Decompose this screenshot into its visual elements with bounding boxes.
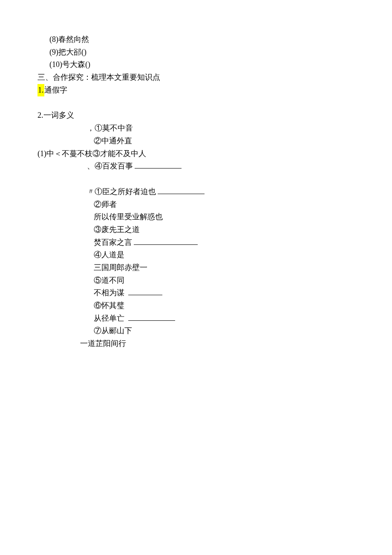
group2-line5a-text: ⑤道不同 — [94, 276, 124, 285]
section-three-text: 三、合作探究：梳理本文重要知识点 — [37, 73, 160, 81]
group2-line3b: 焚百家之言 — [37, 236, 361, 249]
group2-line3b-text: 焚百家之言 — [94, 238, 132, 247]
group2-line6a-text: ⑥怀其璧 — [94, 301, 124, 310]
group2-line6a: ⑥怀其璧 — [37, 299, 361, 312]
subsection-duoyi: 2.一词多义 — [37, 109, 361, 122]
group2-line4b-text: 三国周郎赤壁一 — [94, 263, 147, 272]
group2-line5a: ⑤道不同 — [37, 274, 361, 287]
group1-line1-text: ，①莫不中音 — [87, 124, 133, 132]
group2-line1: 〃①臣之所好者迫也 — [37, 186, 361, 198]
item-10: (10)号大森() — [37, 58, 361, 71]
group2-line4a-text: ④人道是 — [94, 250, 124, 259]
subsection-tongjia: 1. 通假字 — [37, 84, 361, 97]
group1-line4: 、④百发百事 — [37, 160, 361, 173]
gap-2 — [37, 173, 361, 186]
group1-line1: ，①莫不中音 — [37, 122, 361, 135]
group2-line7b-text: 一道芷阳间行 — [80, 339, 126, 348]
group2-line1-text: 〃①臣之所好者迫也 — [87, 187, 156, 196]
group2-line7a: ⑦从郦山下 — [37, 325, 361, 337]
group2-line7b: 一道芷阳间行 — [37, 337, 361, 350]
group2-line4b: 三国周郎赤壁一 — [37, 262, 361, 274]
tongjia-label: 通假字 — [44, 86, 67, 94]
group2-line2a: ②师者 — [37, 198, 361, 211]
group1-chain: (1)中＜不蔓不枝③才能不及中人 — [37, 148, 361, 160]
blank-gap — [37, 96, 361, 109]
blank-2 — [158, 186, 205, 194]
group2-line7a-text: ⑦从郦山下 — [94, 326, 132, 335]
item-8-text: (8)春然向然 — [49, 35, 89, 44]
section-three-heading: 三、合作探究：梳理本文重要知识点 — [37, 71, 361, 84]
group2-line2b: 所以传里受业解惑也 — [37, 211, 361, 224]
item-9: (9)把大郤() — [37, 46, 361, 59]
group1-chain-text: (1)中＜不蔓不枝③才能不及中人 — [37, 149, 146, 158]
highlight-1: 1. — [37, 84, 44, 97]
item-9-text: (9)把大郤() — [49, 48, 86, 56]
blank-3 — [134, 237, 198, 245]
group2-line6b-text: 从径单亡 — [94, 314, 124, 323]
item-10-text: (10)号大森() — [49, 60, 90, 69]
tongjia-prefix: 1. — [38, 86, 44, 94]
group1-line2: ②中通外直 — [37, 135, 361, 148]
group2-line3a: ③废先王之道 — [37, 224, 361, 236]
duoyi-label: 2.一词多义 — [37, 111, 74, 119]
group2-line2b-text: 所以传里受业解惑也 — [94, 212, 163, 221]
blank-5 — [128, 313, 175, 321]
group1-line4-text: 、④百发百事 — [87, 162, 133, 170]
group1-line2-text: ②中通外直 — [94, 137, 132, 145]
item-8: (8)春然向然 — [37, 33, 361, 46]
blank-4 — [128, 287, 162, 295]
group2-line2a-text: ②师者 — [94, 200, 117, 209]
group2-line6b: 从径单亡 — [37, 312, 361, 325]
group2-line5b: 不相为谋 — [37, 287, 361, 299]
group2-line4a: ④人道是 — [37, 249, 361, 262]
group2-line5b-text: 不相为谋 — [94, 288, 124, 297]
group2-line3a-text: ③废先王之道 — [94, 225, 140, 234]
blank-1 — [135, 160, 182, 169]
document-page: (8)春然向然 (9)把大郤() (10)号大森() 三、合作探究：梳理本文重要… — [0, 0, 361, 350]
